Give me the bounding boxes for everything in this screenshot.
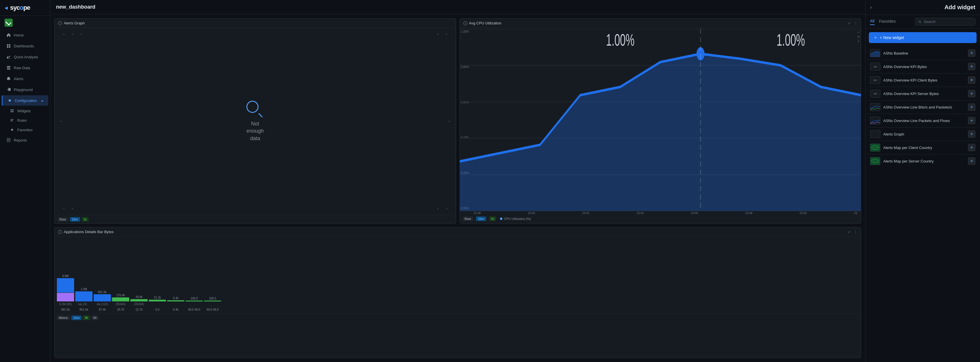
widget-app-details-header: i Applications Details Bar Bytes ⤢ ⋮ [54, 227, 861, 237]
sidebar-item-label: Reports [14, 138, 27, 142]
right-panel: › Add widget All Favorites ＋ + New widge… [865, 0, 980, 362]
bar-row1-item9: 106.0 [204, 297, 221, 302]
search-input[interactable] [924, 19, 972, 24]
widget-alerts-graph-body: Notenoughdata [54, 28, 456, 215]
info-icon-cpu: i [463, 21, 467, 25]
widget-avg-cpu: i Avg CPU Utilization ⤢ ⋮ 1.00% 0.80% 0.… [460, 18, 861, 224]
chart-type-icon[interactable]: ≋ [858, 35, 860, 38]
widget-add-button-asns-baseline[interactable]: + [968, 49, 975, 57]
widget-list-item-asns-kpi-server-bytes[interactable]: 100 ASNs Overview KPI Server Bytes + [868, 87, 978, 100]
download-icon[interactable]: ⤓ [858, 39, 860, 43]
logo-area: ◀ sycope [0, 0, 50, 16]
tag-raw[interactable]: Raw [57, 217, 68, 222]
sidebar-item-label: Configuration [15, 98, 37, 103]
widget-list-item-asns-kpi-bytes[interactable]: 100 ASNs Overview KPI Bytes + [868, 60, 978, 73]
widget-app-details-title: Applications Details Bar Bytes [64, 230, 113, 234]
widget-item-label: Alerts Map per Client Country [883, 146, 965, 150]
sidebar-item-reports[interactable]: Reports [2, 135, 48, 145]
widget-add-button-alerts-graph[interactable]: + [968, 130, 975, 138]
sidebar-item-alerts[interactable]: Alerts [2, 73, 48, 84]
tag-15m-cpu[interactable]: 15m [476, 216, 486, 221]
configuration-submenu: Widgets Rules Favorites [5, 106, 50, 135]
tag-raw-cpu[interactable]: Raw [463, 216, 473, 221]
sidebar-item-favorites[interactable]: Favorites [6, 125, 48, 134]
tab-favorites[interactable]: Favorites [879, 19, 896, 25]
dashboard-title: new_dashboard [56, 4, 95, 10]
expand-icon-cpu[interactable]: ⤢ [848, 21, 851, 25]
tag-fx-cpu[interactable]: fx [489, 216, 496, 221]
star-icon [10, 127, 14, 132]
tag-15m-app[interactable]: 15m [71, 316, 81, 320]
cpu-legend-label: CPU Utilization [%] [504, 217, 531, 221]
widget-add-button-asns-line-bits[interactable]: + [968, 103, 975, 111]
widget-thumb-alerts-graph [870, 130, 880, 138]
widget-item-label: Alerts Graph [883, 132, 965, 137]
search-box[interactable] [915, 18, 975, 25]
widget-add-button-alerts-map-client[interactable]: + [968, 144, 975, 151]
widget-list-item-alerts-map-server[interactable]: Alerts Map per Server Country + [868, 154, 978, 168]
sidebar-item-rules[interactable]: Rules [6, 116, 48, 125]
svg-marker-32 [870, 51, 880, 57]
svg-rect-4 [7, 58, 10, 59]
sidebar-item-raw-data[interactable]: Raw Data [2, 63, 48, 73]
sidebar-item-label: Raw Data [14, 66, 30, 70]
sidebar-item-label: Favorites [17, 128, 32, 132]
menu-icon-cpu[interactable]: ⋮ [854, 21, 858, 25]
bar-chart-row1: 6.8M 1.0M 851.5k [57, 275, 859, 302]
widget-avg-cpu-title: Avg CPU Utilization [469, 21, 501, 25]
sidebar-item-dashboards[interactable]: Dashboards [2, 41, 48, 51]
sidebar-item-quick-analysis[interactable]: Quick Analysis [2, 52, 48, 62]
widget-add-button-asns-kpi-client-bytes[interactable]: + [968, 76, 975, 84]
search-icon-large [247, 101, 264, 118]
logo-text: sycope [10, 4, 30, 11]
gear-icon [7, 98, 12, 103]
tag-w[interactable]: W [83, 316, 90, 320]
widget-thumb-asns-baseline [870, 49, 880, 57]
panel-collapse-button[interactable]: › [870, 4, 872, 10]
widget-list-item-alerts-map-client[interactable]: Alerts Map per Client Country + [868, 141, 978, 154]
new-widget-plus: ＋ [873, 35, 877, 40]
bar-row1-item2: 1.0M [75, 287, 92, 302]
widget-list-item-asns-baseline[interactable]: ASNs Baseline + [868, 46, 978, 60]
alerts-graph-tags: Raw 15m fx [54, 215, 456, 223]
tab-all[interactable]: All [870, 19, 875, 25]
widget-thumb-alerts-map-client [870, 143, 880, 152]
sidebar-item-configuration[interactable]: Configuration ▲ [2, 95, 48, 106]
expand-icon-app[interactable]: ⤢ [848, 230, 851, 234]
widget-item-label: ASNs Overview Line Bits/s and Packets/s [883, 105, 965, 110]
app-details-tags: Metric 15m W 30 [57, 313, 859, 320]
new-widget-button[interactable]: ＋ + New widget [869, 32, 977, 43]
widget-list-item-alerts-graph[interactable]: Alerts Graph + [868, 127, 978, 141]
tag-metric[interactable]: Metric [57, 316, 70, 320]
svg-rect-18 [8, 141, 9, 141]
rules-icon [10, 118, 14, 122]
widget-list-item-asns-kpi-client-bytes[interactable]: 100 ASNs Overview KPI Client Bytes + [868, 73, 978, 87]
widget-list-item-asns-line-packets-flows[interactable]: ASNs Overview Line Packets and Flows + [868, 114, 978, 127]
widget-add-button-asns-kpi-server-bytes[interactable]: + [968, 90, 975, 97]
bar-row1-item1: 6.8M [57, 275, 74, 302]
grid-icon [6, 44, 11, 48]
widget-add-button-asns-kpi-bytes[interactable]: + [968, 63, 975, 70]
panel-tabs: All Favorites [865, 15, 980, 29]
sidebar: ◀ sycope Home Dashboards Quick Analysis … [0, 0, 50, 362]
svg-rect-9 [12, 110, 13, 111]
svg-rect-10 [11, 111, 12, 112]
sidebar-item-home[interactable]: Home [2, 30, 48, 40]
widget-thumb-asns-line-packets [870, 117, 880, 125]
main-content: new_dashboard i Alerts Graph [50, 0, 865, 362]
widget-thumb-asns-kpi-bytes: 100 [870, 63, 880, 71]
bar-x-labels: 6.5M (80) iop (20… ntp (123) (55444) (45… [57, 303, 859, 306]
widget-list-item-asns-line-bits-packets[interactable]: ASNs Overview Line Bits/s and Packets/s … [868, 100, 978, 114]
bar-row1-item7: 6.4k [167, 297, 185, 302]
zoom-icon[interactable]: ⤢ [858, 31, 860, 34]
sidebar-item-widgets[interactable]: Widgets [6, 106, 48, 115]
menu-icon-app[interactable]: ⋮ [854, 230, 858, 234]
sidebar-item-label: Widgets [17, 109, 31, 113]
widget-add-button-alerts-map-server[interactable]: + [968, 157, 975, 165]
panel-title: Add widget [944, 4, 975, 11]
widget-add-button-asns-line-packets[interactable]: + [968, 117, 975, 124]
tag-fx[interactable]: fx [82, 217, 89, 222]
tag-15m[interactable]: 15m [70, 217, 80, 222]
tag-30[interactable]: 30 [91, 316, 99, 320]
sidebar-item-playground[interactable]: Playground [2, 84, 48, 95]
